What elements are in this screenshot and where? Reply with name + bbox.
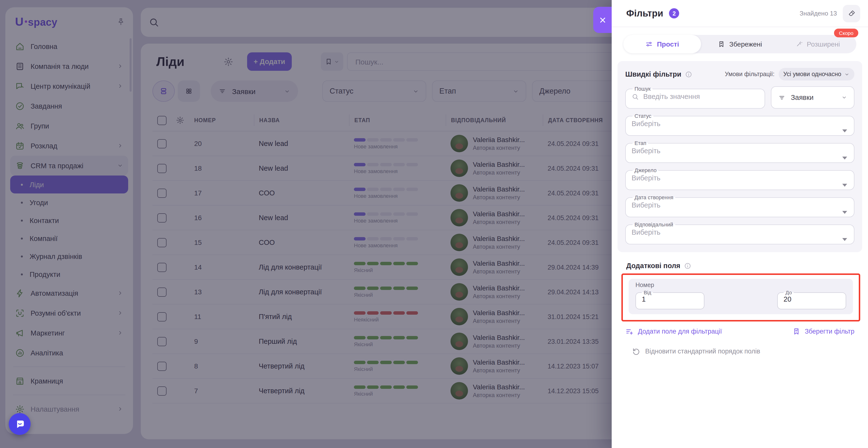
sidebar-item-компанії[interactable]: Компанії bbox=[10, 229, 128, 247]
number-to-field[interactable]: До bbox=[777, 290, 846, 309]
kanban-view-button[interactable] bbox=[178, 80, 200, 102]
number-to-input[interactable] bbox=[782, 295, 841, 303]
filter-tab-збережені[interactable]: Збережені bbox=[701, 35, 779, 53]
sidebar-item-crm-та-продажі[interactable]: CRM та продажі bbox=[10, 156, 128, 175]
lead-owner[interactable]: Valeriia Bashkir...Авторка контенту bbox=[446, 333, 543, 350]
sidebar-item-центр-комунікацій[interactable]: Центр комунікацій bbox=[10, 76, 128, 96]
sidebar-item-аналітика[interactable]: Аналітика bbox=[10, 343, 128, 363]
lead-name[interactable]: Перший лід bbox=[254, 338, 349, 345]
sidebar-item-автоматизація[interactable]: Автоматизація bbox=[10, 283, 128, 303]
sidebar-item-завдання[interactable]: Завдання bbox=[10, 96, 128, 116]
number-from-field[interactable]: Від bbox=[636, 290, 704, 309]
row-checkbox[interactable] bbox=[157, 386, 166, 395]
toolbar-select-статус[interactable]: Статус bbox=[322, 80, 426, 102]
lead-owner[interactable]: Valeriia Bashkir...Авторка контенту bbox=[446, 184, 543, 202]
lead-stage[interactable]: Нове замовлення bbox=[349, 212, 446, 223]
lead-stage[interactable]: Нове замовлення bbox=[349, 237, 446, 248]
row-checkbox[interactable] bbox=[157, 164, 166, 173]
row-checkbox[interactable] bbox=[157, 139, 166, 148]
lead-stage[interactable]: Нове замовлення bbox=[349, 138, 446, 149]
global-search-icon[interactable] bbox=[149, 17, 159, 28]
save-filter-button[interactable]: Зберегти фільтр bbox=[792, 327, 855, 336]
lead-stage[interactable]: Якісний bbox=[349, 385, 446, 397]
lead-name[interactable]: COO bbox=[254, 189, 349, 197]
panel-entity-type-select[interactable]: Заявки bbox=[771, 86, 855, 109]
lead-stage[interactable]: Якісний bbox=[349, 360, 446, 372]
sidebar-item-групи[interactable]: Групи bbox=[10, 116, 128, 136]
lead-owner[interactable]: Valeriia Bashkir...Авторка контенту bbox=[446, 283, 543, 301]
uspacy-logo[interactable]: Uspacy bbox=[15, 15, 57, 29]
filter-tab-розширені[interactable]: Розширені bbox=[779, 35, 856, 53]
lead-owner[interactable]: Valeriia Bashkir...Авторка контенту bbox=[446, 308, 543, 325]
column-header-name[interactable]: НАЗВА bbox=[254, 114, 349, 126]
lead-owner[interactable]: Valeriia Bashkir...Авторка контенту bbox=[446, 234, 543, 251]
lead-owner[interactable]: Valeriia Bashkir...Авторка контенту bbox=[446, 357, 543, 375]
filter-tab-прості[interactable]: Прості bbox=[623, 35, 701, 53]
lead-stage[interactable]: Нове замовлення bbox=[349, 163, 446, 174]
lead-owner[interactable]: Valeriia Bashkir...Авторка контенту bbox=[446, 209, 543, 227]
sidebar-item-продукти[interactable]: Продукти bbox=[10, 265, 128, 283]
chat-widget-button[interactable] bbox=[9, 413, 31, 435]
filter-field-відповідальний[interactable]: ВідповідальнийВиберіть bbox=[625, 222, 855, 244]
lead-owner[interactable]: Valeriia Bashkir...Авторка контенту bbox=[446, 135, 543, 152]
sidebar-item-журнал-дзвінків[interactable]: Журнал дзвінків bbox=[10, 247, 128, 265]
lead-stage[interactable]: Нове замовлення bbox=[349, 187, 446, 199]
filter-field-етап[interactable]: ЕтапВиберіть bbox=[625, 141, 855, 163]
entity-type-select[interactable]: Заявки bbox=[211, 80, 298, 102]
row-checkbox[interactable] bbox=[157, 361, 166, 371]
column-header-stage[interactable]: ЕТАП bbox=[349, 114, 446, 126]
lead-stage[interactable]: Неякісний bbox=[349, 311, 446, 322]
lead-name[interactable]: Лід для конвертації bbox=[254, 288, 349, 296]
column-header-num[interactable]: НОМЕР bbox=[189, 114, 254, 126]
lead-name[interactable]: New lead bbox=[254, 214, 349, 221]
panel-search-input[interactable] bbox=[642, 92, 759, 101]
sidebar-item-розумні-об-єкти[interactable]: Розумні об'єкти bbox=[10, 303, 128, 323]
lead-name[interactable]: New lead bbox=[254, 164, 349, 172]
reset-field-order-button[interactable]: Відновити стандартний порядок полів bbox=[632, 347, 760, 355]
lead-stage[interactable]: Якісний bbox=[349, 262, 446, 273]
lead-name[interactable]: Четвертий лід bbox=[254, 362, 349, 370]
sidebar-item-розклад[interactable]: Розклад bbox=[10, 136, 128, 156]
lead-owner[interactable]: Valeriia Bashkir...Авторка контенту bbox=[446, 160, 543, 177]
sidebar-item-крамниця[interactable]: Крамниця bbox=[10, 371, 128, 391]
number-from-input[interactable] bbox=[641, 295, 699, 303]
lead-stage[interactable]: Якісний bbox=[349, 336, 446, 347]
pin-sidebar-icon[interactable] bbox=[117, 18, 125, 26]
page-settings-icon[interactable] bbox=[223, 57, 234, 67]
toolbar-select-етап[interactable]: Етап bbox=[432, 80, 526, 102]
saved-search-button[interactable] bbox=[321, 53, 343, 71]
sidebar-item-головна[interactable]: Головна bbox=[10, 36, 128, 56]
clear-filters-button[interactable] bbox=[843, 5, 860, 22]
table-settings-icon[interactable] bbox=[176, 116, 184, 125]
lead-stage[interactable]: Якісний bbox=[349, 286, 446, 298]
filter-field-статус[interactable]: СтатусВиберіть bbox=[625, 113, 855, 136]
sidebar-scrollbar[interactable] bbox=[130, 38, 131, 92]
lead-name[interactable]: Четвертий лід bbox=[254, 387, 349, 395]
lead-name[interactable]: П'ятий лід bbox=[254, 313, 349, 320]
row-checkbox[interactable] bbox=[157, 263, 166, 272]
conditions-select[interactable]: Усі умови одночасно bbox=[778, 68, 855, 80]
sidebar-item-ліди[interactable]: Ліди bbox=[10, 175, 128, 194]
sidebar-item-контакти[interactable]: Контакти bbox=[10, 211, 128, 229]
row-checkbox[interactable] bbox=[157, 188, 166, 198]
select-all-checkbox[interactable] bbox=[157, 116, 166, 125]
column-header-owner[interactable]: ВІДПОВІДАЛЬНИЙ bbox=[446, 114, 543, 126]
lead-name[interactable]: COO bbox=[254, 239, 349, 246]
lead-owner[interactable]: Valeriia Bashkir...Авторка контенту bbox=[446, 259, 543, 276]
add-filter-field-button[interactable]: Додати поле для фільтрації bbox=[625, 327, 722, 336]
lead-name[interactable]: Лід для конвертації bbox=[254, 263, 349, 271]
close-drawer-button[interactable] bbox=[593, 7, 612, 33]
lead-name[interactable]: New lead bbox=[254, 140, 349, 147]
row-checkbox[interactable] bbox=[157, 312, 166, 321]
row-checkbox[interactable] bbox=[157, 213, 166, 222]
add-lead-button[interactable]: + Додати bbox=[247, 53, 292, 71]
filter-field-дата-створення[interactable]: Дата створенняВиберіть bbox=[625, 195, 855, 217]
sidebar-item-налаштування[interactable]: Налаштування bbox=[10, 399, 128, 419]
sidebar-item-маркетинг[interactable]: Маркетинг bbox=[10, 323, 128, 343]
row-checkbox[interactable] bbox=[157, 337, 166, 346]
row-checkbox[interactable] bbox=[157, 238, 166, 247]
filter-field-джерело[interactable]: ДжерелоВиберіть bbox=[625, 168, 855, 190]
sidebar-item-компанія-та-люди[interactable]: Компанія та люди bbox=[10, 56, 128, 76]
row-checkbox[interactable] bbox=[157, 287, 166, 297]
panel-search-field[interactable]: Пошук bbox=[625, 86, 765, 109]
